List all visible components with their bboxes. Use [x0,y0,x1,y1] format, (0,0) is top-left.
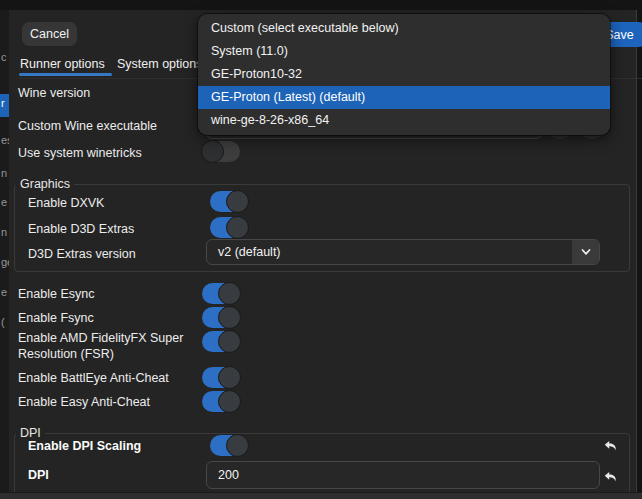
graphics-group-label: Graphics [16,177,74,191]
enable-esync-toggle[interactable] [202,283,240,304]
dropdown-item-ge-proton-latest[interactable]: GE-Proton (Latest) (default) [198,86,610,109]
dropdown-item-wine-ge-8-26[interactable]: wine-ge-8-26-x86_64 [198,109,610,132]
undo-icon[interactable] [601,468,619,486]
cancel-button[interactable]: Cancel [22,22,77,46]
enable-dpi-scaling-toggle[interactable] [210,435,248,456]
enable-d3d-extras-toggle[interactable] [210,217,248,238]
toggle-knob [218,306,241,329]
enable-esync-label: Enable Esync [18,286,94,302]
toggle-knob [218,330,241,353]
d3d-extras-version-label: D3D Extras version [28,246,136,262]
use-system-winetricks-toggle[interactable] [202,141,240,162]
enable-fsr-toggle[interactable] [202,331,240,352]
toggle-knob [201,140,224,163]
tab-system-options[interactable]: System options [117,57,202,71]
enable-d3d-extras-label: Enable D3D Extras [28,221,134,237]
undo-icon[interactable] [601,437,619,455]
enable-fsr-label: Enable AMD FidelityFX Super Resolution (… [18,330,204,362]
dpi-input[interactable] [206,461,600,489]
enable-fsync-toggle[interactable] [202,307,240,328]
toggle-knob [218,366,241,389]
dropdown-item-system[interactable]: System (11.0) [198,40,610,63]
enable-fsync-label: Enable Fsync [18,310,94,326]
enable-battleye-toggle[interactable] [202,367,240,388]
tab-runner-options[interactable]: Runner options [20,57,105,71]
use-system-winetricks-label: Use system winetricks [18,145,142,161]
toggle-knob [226,216,249,239]
dpi-label: DPI [28,467,49,483]
enable-dxvk-toggle[interactable] [210,191,248,212]
d3d-extras-version-combobox[interactable]: v2 (default) [206,239,600,265]
enable-dpi-scaling-label: Enable DPI Scaling [28,438,141,454]
wine-version-dropdown-popup: Custom (select executable below) System … [198,14,610,135]
background-window-edge: c r es n e n ge e ( [0,10,9,499]
toggle-knob [226,434,249,457]
background-selection-sliver: r [0,94,9,117]
enable-eac-label: Enable Easy Anti-Cheat [18,394,150,410]
dropdown-item-ge-proton10-32[interactable]: GE-Proton10-32 [198,63,610,86]
enable-dxvk-label: Enable DXVK [28,195,104,211]
chevron-down-icon [572,240,599,264]
d3d-extras-version-value: v2 (default) [207,245,572,259]
dropdown-item-custom[interactable]: Custom (select executable below) [198,17,610,40]
enable-battleye-label: Enable BattlEye Anti-Cheat [18,370,169,386]
enable-eac-toggle[interactable] [202,391,240,412]
custom-wine-executable-label: Custom Wine executable [18,118,157,134]
dpi-group-label: DPI [16,426,45,440]
toggle-knob [218,390,241,413]
active-tab-underline [19,73,112,76]
wine-version-label: Wine version [18,85,90,101]
background-bottom-edge [0,492,642,499]
toggle-knob [218,282,241,305]
toggle-knob [226,190,249,213]
